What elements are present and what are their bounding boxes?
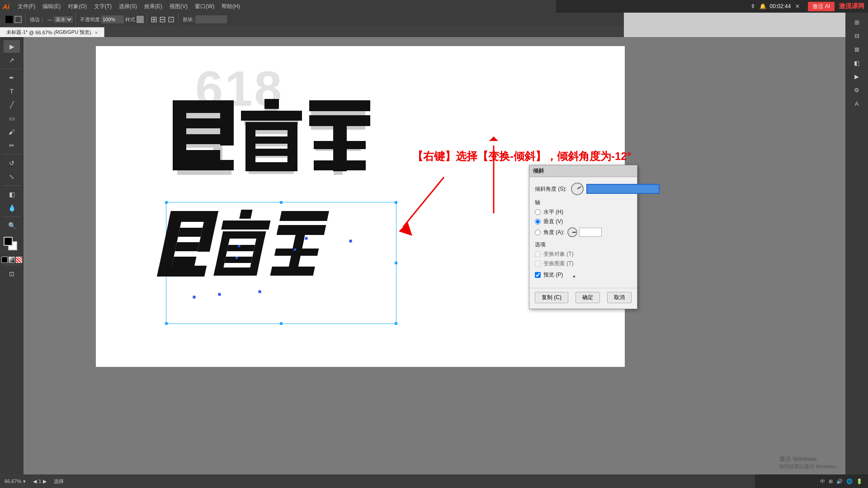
tool-select-section <box>2 13 26 26</box>
page-prev-icon[interactable]: ◀ <box>33 479 37 484</box>
skewed-chars-group <box>169 209 400 326</box>
opacity-input[interactable] <box>101 15 124 23</box>
rotate-tool[interactable]: ↺ <box>4 157 20 169</box>
taskbar-icon-2[interactable]: ⊞ <box>829 479 833 484</box>
svg-rect-34 <box>245 162 297 171</box>
width-input[interactable]: 16.933 mm <box>195 15 227 23</box>
taskbar-icon-5[interactable]: 🔋 <box>856 479 863 484</box>
axis-horizontal-radio[interactable] <box>535 209 541 215</box>
option2-checkbox[interactable] <box>535 261 541 267</box>
activate-button[interactable]: 激活 AI <box>808 2 835 11</box>
left-toolbox: ▶ ↗ ✒ T ╱ ▭ 🖌 ✏ ↺ ⤡ ◧ 💧 🔍 ⊡ <box>0 37 24 474</box>
brush-tool[interactable]: 🖌 <box>4 126 20 138</box>
dialog-title-bar[interactable]: 倾斜 <box>529 165 637 177</box>
scale-tool[interactable]: ⤡ <box>4 170 20 183</box>
menu-object[interactable]: 对象(O) <box>64 3 90 10</box>
menu-file[interactable]: 文件(F) <box>14 3 39 10</box>
menu-view[interactable]: 视图(V) <box>166 3 191 10</box>
settings-icon[interactable]: ⚙ <box>849 84 865 96</box>
axis-vertical-radio[interactable] <box>535 219 541 225</box>
align-icon[interactable]: ⊠ <box>849 43 865 56</box>
svg-rect-62 <box>277 225 326 235</box>
align-icon-1[interactable]: ⊞ <box>151 14 157 24</box>
color-mode-gradient[interactable] <box>9 257 15 263</box>
axis-angle-input[interactable]: 90° <box>579 228 602 237</box>
color-swatch-area <box>4 237 20 255</box>
color-mode-solid[interactable] <box>1 257 8 263</box>
recording-time: 00:02:44 <box>770 3 791 9</box>
zoom-dropdown-icon[interactable]: ▾ <box>23 479 26 484</box>
preview-label: 预览 (P) <box>543 271 563 279</box>
stroke-swatch[interactable] <box>14 16 22 23</box>
tool-divider-1 <box>2 69 21 69</box>
close-recording-icon[interactable]: ✕ <box>795 3 800 9</box>
option1-row: 变换对象 (T) <box>535 250 632 258</box>
shear-angle-label: 倾斜角度 (S): <box>535 185 571 193</box>
pen-tool[interactable]: ✒ <box>4 71 20 84</box>
canvas-area[interactable]: 618 <box>24 37 845 474</box>
fill-swatch[interactable] <box>5 16 13 23</box>
svg-rect-39 <box>314 160 366 170</box>
artboard-tool[interactable]: ⊡ <box>4 267 20 280</box>
align-icon-2[interactable]: ⊟ <box>159 14 166 24</box>
rect-tool[interactable]: ▭ <box>4 112 20 125</box>
ok-button[interactable]: 确定 <box>576 292 600 303</box>
type-tool[interactable]: T <box>4 85 20 98</box>
pencil-tool[interactable]: ✏ <box>4 139 20 152</box>
play-icon[interactable]: ▶ <box>849 70 865 83</box>
option2-label: 变换图案 (T) <box>543 260 574 267</box>
preview-checkbox[interactable] <box>535 272 541 278</box>
svg-rect-51 <box>239 210 252 219</box>
width-section: 形状: 16.933 mm <box>179 13 230 26</box>
cancel-button[interactable]: 取消 <box>607 292 632 303</box>
align-icon-3[interactable]: ⊡ <box>168 14 175 24</box>
transform-icon[interactable]: ⊟ <box>849 29 865 42</box>
taskbar-icon-3[interactable]: 🔊 <box>836 479 843 484</box>
shear-angle-control: -12° <box>571 183 660 195</box>
pathfinder-icon[interactable]: ◧ <box>849 56 865 69</box>
select-tool[interactable]: ▶ <box>4 40 20 53</box>
line-tool[interactable]: ╱ <box>4 99 20 111</box>
svg-rect-59 <box>238 245 241 247</box>
win-activate-line2: 转到设置以激活 Windows。 <box>779 463 841 470</box>
stroke-label: 描边： <box>30 16 45 23</box>
taskbar-icon-1[interactable]: 中 <box>820 478 825 485</box>
zoom-tool[interactable]: 🔍 <box>4 219 20 232</box>
svg-rect-49 <box>172 257 196 266</box>
gradient-tool[interactable]: ◧ <box>4 188 20 201</box>
svg-rect-71 <box>193 296 196 299</box>
brand-logo: 激流课网 <box>839 2 864 10</box>
axis-angle-dial[interactable] <box>567 227 577 237</box>
color-mode-none[interactable] <box>16 257 22 263</box>
stroke-dropdown[interactable]: 基本 <box>54 16 73 23</box>
angle-dial[interactable] <box>571 183 584 195</box>
eyedropper-tool[interactable]: 💧 <box>4 202 20 214</box>
current-tool: 选择 <box>54 478 64 485</box>
menu-window[interactable]: 窗口(W) <box>191 3 218 10</box>
fg-color-swatch[interactable] <box>4 237 13 246</box>
axis-angle-radio[interactable] <box>535 230 541 235</box>
menu-select[interactable]: 选择(S) <box>115 3 141 10</box>
menu-edit[interactable]: 编辑(E) <box>39 3 64 10</box>
shear-angle-input[interactable]: -12° <box>586 184 660 194</box>
taskbar-icon-4[interactable]: 🌐 <box>846 479 853 484</box>
menu-effect[interactable]: 效果(E) <box>141 3 166 10</box>
style-label: 样式 <box>125 16 135 23</box>
page-next-icon[interactable]: ▶ <box>43 479 47 484</box>
axis-section-label: 轴 <box>535 199 632 206</box>
properties-icon[interactable]: ⊞ <box>849 16 865 28</box>
option1-checkbox[interactable] <box>535 251 541 257</box>
direct-select-tool[interactable]: ↗ <box>4 54 20 66</box>
sel-handle-tm <box>280 201 283 204</box>
doc-tab[interactable]: 未标题-1* @ 66.67% ( RGB/GPU 预览 ) × <box>0 27 104 37</box>
copy-button[interactable]: 复制 (C) <box>535 292 568 303</box>
menu-text[interactable]: 文字(T) <box>90 3 115 10</box>
option1-label: 变换对象 (T) <box>543 250 574 258</box>
style-icon <box>137 16 144 23</box>
svg-rect-47 <box>178 228 203 237</box>
type-panel-icon[interactable]: A <box>849 97 865 110</box>
doc-tab-close[interactable]: × <box>95 30 98 35</box>
option2-row: 变换图案 (T) <box>535 260 632 267</box>
svg-rect-56 <box>227 245 255 251</box>
menu-help[interactable]: 帮助(H) <box>218 3 244 10</box>
